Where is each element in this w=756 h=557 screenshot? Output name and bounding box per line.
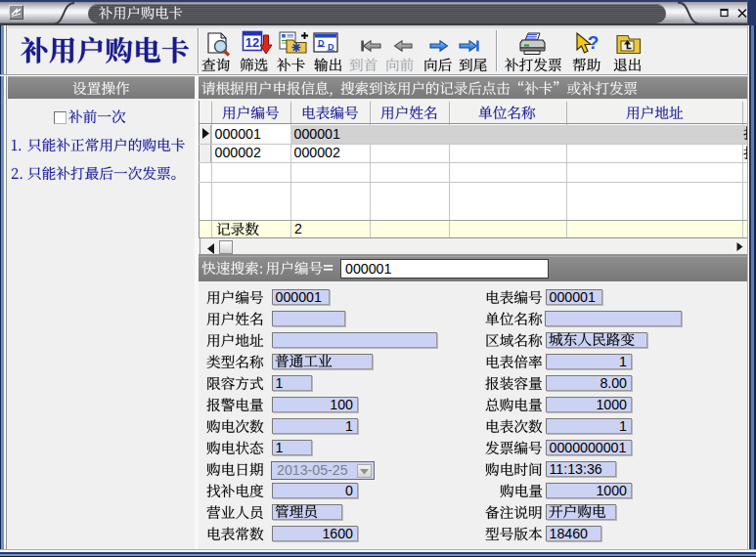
svg-text:?: ? — [588, 32, 600, 53]
svg-text:12: 12 — [245, 35, 259, 50]
